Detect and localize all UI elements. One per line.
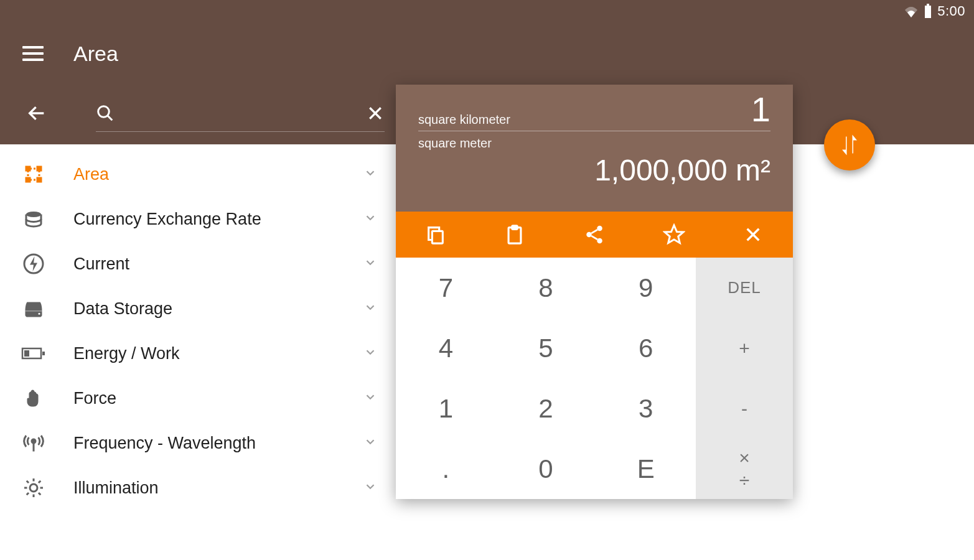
chevron-down-icon [363,301,377,317]
key-mult-div[interactable]: × ÷ [696,439,793,499]
search-input[interactable] [122,106,366,123]
fist-icon [19,387,49,409]
chevron-down-icon [363,435,377,451]
category-force[interactable]: Force [0,376,396,421]
key-plus[interactable]: + [696,318,793,378]
status-bar: 5:00 [0,0,974,22]
converter-panel: square kilometer 1 square meter 1,000,00… [396,85,793,499]
category-label: Current [73,254,363,274]
area-icon [19,163,49,185]
category-label: Data Storage [73,299,363,319]
svg-rect-18 [512,226,518,230]
key-8[interactable]: 8 [496,258,596,318]
antenna-icon [19,432,49,454]
category-label: Frequency - Wavelength [73,434,363,453]
key-5[interactable]: 5 [496,318,596,378]
key-4[interactable]: 4 [396,318,496,378]
key-e[interactable]: E [596,439,696,499]
favorite-button[interactable] [662,222,686,247]
converter-display: square kilometer 1 square meter 1,000,00… [396,85,793,212]
share-button[interactable] [582,222,607,247]
status-time: 5:00 [937,3,965,19]
key-delete[interactable]: DEL [696,258,793,318]
category-label: Energy / Work [73,344,363,363]
action-bar [396,212,793,258]
svg-point-14 [32,439,35,443]
svg-rect-4 [37,167,41,170]
battery-icon [19,346,49,361]
to-unit-label[interactable]: square meter [418,136,770,151]
svg-rect-13 [24,350,29,357]
key-6[interactable]: 6 [596,318,696,378]
sun-icon [19,477,49,499]
svg-rect-9 [26,310,42,312]
key-0[interactable]: 0 [496,439,596,499]
category-label: Force [73,389,363,408]
chevron-down-icon [363,390,377,406]
battery-icon [924,4,932,19]
svg-rect-3 [26,167,30,170]
chevron-down-icon [363,345,377,362]
coins-icon [19,208,49,230]
chevron-down-icon [363,166,377,182]
swap-fab[interactable] [824,119,875,170]
disk-icon [19,297,49,320]
svg-rect-0 [925,6,931,18]
app-bar: Area [0,22,974,85]
svg-point-10 [39,313,40,315]
category-data-storage[interactable]: Data Storage [0,286,396,331]
svg-point-2 [98,106,110,117]
wifi-icon [904,5,919,17]
key-7[interactable]: 7 [396,258,496,318]
bolt-icon [19,253,49,275]
multiply-symbol: × [739,449,750,467]
to-value: 1,000,000 m² [418,153,770,187]
category-energy[interactable]: Energy / Work [0,331,396,376]
category-label: Illumination [73,478,363,498]
svg-rect-16 [432,231,443,243]
key-dot[interactable]: . [396,439,496,499]
key-1[interactable]: 1 [396,378,496,439]
key-9[interactable]: 9 [596,258,696,318]
search-icon [96,104,115,125]
back-button[interactable] [26,103,51,126]
menu-button[interactable] [22,46,44,61]
svg-rect-1 [927,4,929,6]
category-currency[interactable]: Currency Exchange Rate [0,197,396,241]
category-label: Area [73,165,363,184]
close-button[interactable] [741,222,766,247]
key-minus[interactable]: - [696,378,793,439]
category-label: Currency Exchange Rate [73,210,363,229]
svg-point-21 [597,238,602,244]
svg-point-7 [26,212,41,217]
from-unit-label[interactable]: square kilometer [418,113,751,127]
svg-point-20 [586,232,592,238]
key-2[interactable]: 2 [496,378,596,439]
clear-search-button[interactable] [366,104,385,125]
from-value[interactable]: 1 [751,92,770,127]
svg-point-19 [597,226,602,231]
keypad: 7 8 9 DEL 4 5 6 + 1 2 3 - . 0 E × ÷ [396,258,793,499]
category-frequency[interactable]: Frequency - Wavelength [0,421,396,465]
chevron-down-icon [363,211,377,227]
chevron-down-icon [363,256,377,272]
category-current[interactable]: Current [0,241,396,286]
paste-button[interactable] [502,222,527,247]
svg-point-15 [30,484,37,492]
copy-button[interactable] [423,222,448,247]
svg-rect-6 [37,178,41,182]
page-title: Area [73,42,118,66]
key-3[interactable]: 3 [596,378,696,439]
category-list[interactable]: Area Currency Exchange Rate Current Data… [0,144,396,523]
divide-symbol: ÷ [739,471,749,490]
svg-rect-5 [26,178,30,182]
category-illumination[interactable]: Illumination [0,465,396,510]
chevron-down-icon [363,480,377,496]
svg-rect-12 [42,352,45,355]
category-area[interactable]: Area [0,152,396,197]
